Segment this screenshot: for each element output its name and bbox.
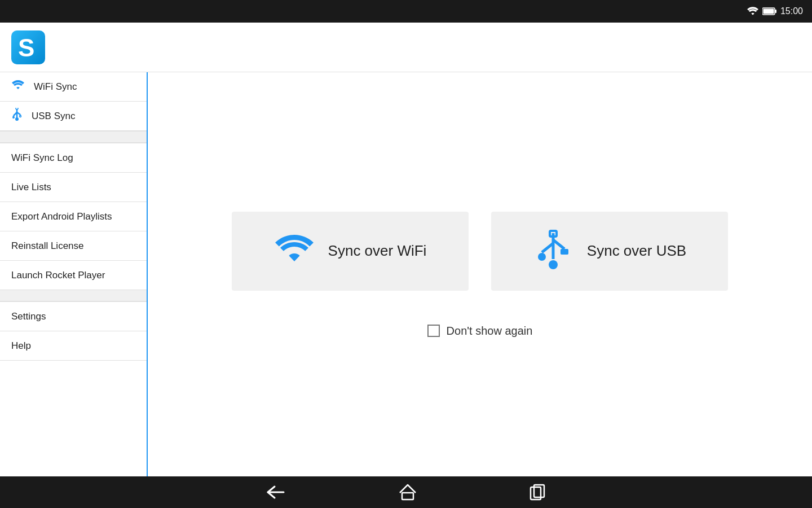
bottom-nav [0,476,812,508]
sidebar-divider-top [0,132,147,143]
sync-wifi-button[interactable]: Sync over WiFi [232,212,469,291]
sidebar-export-playlists-label: Export Android Playlists [11,211,112,222]
app-header: S [0,23,812,72]
usb-large-icon [533,230,573,272]
sidebar: WiFi Sync [0,72,148,476]
status-bar: 15:00 [0,0,812,23]
sidebar-help-label: Help [11,340,31,352]
svg-point-10 [12,116,15,119]
dont-show-label: Don't show again [447,325,533,338]
sidebar-item-help[interactable]: Help [0,331,147,361]
svg-rect-1 [775,10,776,13]
svg-point-11 [20,116,21,117]
sidebar-item-export-playlists[interactable]: Export Android Playlists [0,202,147,231]
dont-show-checkbox[interactable] [427,325,440,337]
sidebar-item-wifi-sync-log[interactable]: WiFi Sync Log [0,143,147,173]
recent-apps-button[interactable] [529,484,546,501]
sync-usb-button[interactable]: Sync over USB [491,212,728,291]
sidebar-item-launch-rocket-player[interactable]: Launch Rocket Player [0,261,147,290]
sidebar-bottom-section: Settings Help [0,301,147,361]
status-time: 15:00 [780,6,803,16]
sidebar-item-settings[interactable]: Settings [0,302,147,331]
sidebar-launch-rocket-player-label: Launch Rocket Player [11,270,105,281]
svg-line-15 [542,243,553,252]
sidebar-wifi-sync-label: WiFi Sync [34,81,77,93]
sidebar-usb-sync-label: USB Sync [32,111,75,122]
sidebar-item-usb-sync[interactable]: USB Sync [0,102,147,131]
svg-rect-22 [402,493,413,500]
svg-point-16 [538,253,546,261]
svg-rect-2 [763,9,774,14]
app-logo: S [11,30,45,64]
status-icons: 15:00 [747,6,803,16]
sync-buttons-container: Sync over WiFi [232,212,728,291]
home-button[interactable] [399,484,417,501]
sidebar-top-section: WiFi Sync [0,72,147,132]
back-button[interactable] [266,484,286,500]
sidebar-item-live-lists[interactable]: Live Lists [0,173,147,202]
battery-status-icon [762,7,777,15]
sync-usb-label: Sync over USB [587,242,686,260]
svg-line-17 [553,240,564,249]
svg-point-12 [15,117,19,121]
main-panel: Sync over WiFi [148,72,812,476]
sidebar-reinstall-license-label: Reinstall License [11,240,84,252]
svg-text:S: S [18,34,34,62]
content-area: WiFi Sync [0,72,812,476]
usb-icon [11,108,23,124]
sync-wifi-label: Sync over WiFi [328,242,427,260]
sidebar-settings-label: Settings [11,311,46,322]
sidebar-live-lists-label: Live Lists [11,182,51,193]
sidebar-item-reinstall-license[interactable]: Reinstall License [0,231,147,261]
sidebar-divider-bottom [0,290,147,301]
wifi-icon [11,80,25,93]
sidebar-item-wifi-sync[interactable]: WiFi Sync [0,72,147,102]
svg-point-20 [549,260,558,269]
sidebar-middle-section: WiFi Sync Log Live Lists Export Android … [0,143,147,290]
wifi-large-icon [274,230,315,272]
svg-point-13 [16,108,18,110]
app-container: S WiFi Sync [0,23,812,476]
dont-show-area: Don't show again [427,325,533,338]
wifi-status-icon [747,7,759,16]
sidebar-wifi-sync-log-label: WiFi Sync Log [11,152,73,164]
svg-rect-18 [561,249,568,255]
